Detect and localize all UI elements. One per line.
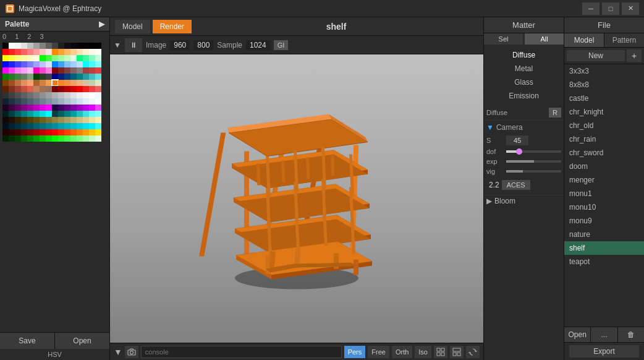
color-cell[interactable] bbox=[64, 80, 70, 86]
model-list-item[interactable]: chr_sword bbox=[564, 146, 644, 160]
color-cell[interactable] bbox=[33, 49, 40, 55]
color-cell[interactable] bbox=[83, 74, 89, 80]
color-cell[interactable] bbox=[33, 105, 40, 111]
model-list-item[interactable]: monu9 bbox=[564, 214, 644, 228]
color-cell[interactable] bbox=[15, 92, 21, 98]
color-cell[interactable] bbox=[46, 61, 52, 67]
color-cell[interactable] bbox=[2, 49, 9, 55]
color-cell[interactable] bbox=[64, 67, 70, 74]
color-cell[interactable] bbox=[40, 80, 46, 86]
color-cell[interactable] bbox=[33, 74, 40, 80]
color-cell[interactable] bbox=[77, 61, 83, 67]
model-tab-button[interactable]: Model bbox=[115, 20, 150, 33]
color-cell[interactable] bbox=[77, 43, 83, 49]
color-cell[interactable] bbox=[33, 98, 40, 105]
color-cell[interactable] bbox=[70, 123, 77, 129]
color-cell[interactable] bbox=[27, 74, 33, 80]
color-cell[interactable] bbox=[40, 49, 46, 55]
color-cell[interactable] bbox=[33, 67, 40, 74]
model-list-item[interactable]: shelf bbox=[564, 241, 644, 255]
color-cell[interactable] bbox=[77, 129, 83, 135]
render-tab-button[interactable]: Render bbox=[153, 20, 192, 33]
palette-open-button[interactable]: Open bbox=[55, 333, 109, 349]
color-cell[interactable] bbox=[89, 105, 95, 111]
new-button[interactable]: New bbox=[567, 50, 625, 61]
delete-button[interactable]: 🗑 bbox=[618, 327, 644, 342]
color-cell[interactable] bbox=[21, 129, 27, 135]
color-cell[interactable] bbox=[40, 86, 46, 92]
pause-button[interactable]: ⏸ bbox=[125, 38, 142, 52]
color-cell[interactable] bbox=[21, 86, 27, 92]
color-cell[interactable] bbox=[64, 129, 70, 135]
color-cell[interactable] bbox=[15, 105, 21, 111]
color-cell[interactable] bbox=[58, 55, 64, 61]
model-list-item[interactable]: chr_knight bbox=[564, 105, 644, 119]
color-cell[interactable] bbox=[2, 92, 9, 98]
color-cell[interactable] bbox=[9, 67, 15, 74]
color-cell[interactable] bbox=[21, 111, 27, 117]
color-cell[interactable] bbox=[58, 49, 64, 55]
color-cell[interactable] bbox=[83, 123, 89, 129]
color-cell[interactable] bbox=[64, 55, 70, 61]
color-cell[interactable] bbox=[46, 43, 52, 49]
color-cell[interactable] bbox=[27, 123, 33, 129]
color-cell[interactable] bbox=[27, 105, 33, 111]
color-cell[interactable] bbox=[83, 111, 89, 117]
color-cell[interactable] bbox=[83, 80, 89, 86]
color-cell[interactable] bbox=[27, 55, 33, 61]
color-cell[interactable] bbox=[77, 80, 83, 86]
color-cell[interactable] bbox=[83, 98, 89, 105]
color-cell[interactable] bbox=[9, 61, 15, 67]
color-cell[interactable] bbox=[9, 92, 15, 98]
color-cell[interactable] bbox=[15, 98, 21, 105]
color-cell[interactable] bbox=[52, 111, 58, 117]
color-cell[interactable] bbox=[52, 86, 58, 92]
color-cell[interactable] bbox=[89, 129, 95, 135]
color-cell[interactable] bbox=[58, 117, 64, 123]
color-cell[interactable] bbox=[58, 43, 64, 49]
color-cell[interactable] bbox=[27, 86, 33, 92]
color-cell[interactable] bbox=[40, 61, 46, 67]
color-cell[interactable] bbox=[2, 135, 9, 142]
color-cell[interactable] bbox=[95, 49, 101, 55]
color-cell[interactable] bbox=[89, 111, 95, 117]
color-cell[interactable] bbox=[33, 117, 40, 123]
color-cell[interactable] bbox=[95, 117, 101, 123]
minimize-button[interactable]: ─ bbox=[582, 2, 600, 15]
glass-button[interactable]: Glass bbox=[484, 75, 564, 89]
color-cell[interactable] bbox=[64, 49, 70, 55]
color-cell[interactable] bbox=[77, 49, 83, 55]
grid-icon-button[interactable] bbox=[434, 346, 447, 358]
color-cell[interactable] bbox=[58, 105, 64, 111]
color-cell[interactable] bbox=[58, 74, 64, 80]
color-cell[interactable] bbox=[46, 80, 52, 86]
color-cell[interactable] bbox=[40, 43, 46, 49]
color-cell[interactable] bbox=[89, 55, 95, 61]
color-cell[interactable] bbox=[2, 74, 9, 80]
color-cell[interactable] bbox=[9, 129, 15, 135]
color-cell[interactable] bbox=[33, 111, 40, 117]
color-cell[interactable] bbox=[27, 67, 33, 74]
color-cell[interactable] bbox=[52, 105, 58, 111]
color-cell[interactable] bbox=[15, 74, 21, 80]
color-cell[interactable] bbox=[52, 98, 58, 105]
color-cell[interactable] bbox=[64, 117, 70, 123]
color-cell[interactable] bbox=[46, 67, 52, 74]
color-cell[interactable] bbox=[21, 117, 27, 123]
console-input[interactable] bbox=[141, 346, 342, 358]
color-cell[interactable] bbox=[15, 111, 21, 117]
color-cell[interactable] bbox=[95, 80, 101, 86]
color-cell[interactable] bbox=[40, 67, 46, 74]
color-cell[interactable] bbox=[89, 49, 95, 55]
color-cell[interactable] bbox=[2, 43, 9, 49]
color-cell[interactable] bbox=[52, 74, 58, 80]
color-cell[interactable] bbox=[46, 55, 52, 61]
color-cell[interactable] bbox=[95, 61, 101, 67]
color-cell[interactable] bbox=[95, 105, 101, 111]
color-cell[interactable] bbox=[70, 111, 77, 117]
color-cell[interactable] bbox=[95, 92, 101, 98]
color-cell[interactable] bbox=[77, 74, 83, 80]
color-cell[interactable] bbox=[95, 98, 101, 105]
color-cell[interactable] bbox=[15, 55, 21, 61]
color-cell[interactable] bbox=[33, 86, 40, 92]
